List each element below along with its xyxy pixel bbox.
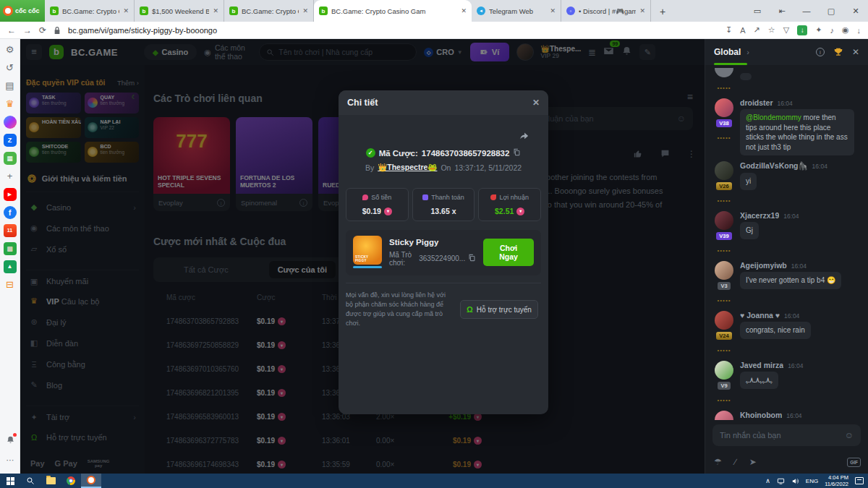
avatar[interactable] [715, 311, 733, 330]
chrome-icon[interactable] [61, 474, 81, 488]
chat-input-box[interactable]: ☺ [712, 424, 861, 446]
rain-icon[interactable]: ☂ [714, 457, 722, 467]
gif-icon[interactable]: GIF [847, 458, 861, 467]
more-icon[interactable]: ⋯ [0, 455, 20, 465]
forward-icon[interactable]: → [23, 25, 32, 35]
extensions-icon[interactable]: ✦ [815, 25, 822, 35]
close-button[interactable]: ✕ [843, 0, 868, 22]
notifications-bell-icon[interactable] [4, 435, 17, 448]
downloads-tray-icon[interactable]: ↓ [857, 26, 861, 35]
collapse-icon[interactable]: ⇤ [770, 0, 794, 22]
file-explorer-icon[interactable] [41, 474, 61, 488]
chat-username[interactable]: ♥ Joanna ♥ [740, 311, 780, 320]
action-center-icon[interactable] [855, 477, 864, 484]
minimize-button[interactable]: — [794, 0, 819, 22]
crown-icon[interactable]: ♛ [4, 98, 17, 111]
download-manager-icon[interactable]: ↓ [797, 25, 807, 35]
share-icon[interactable]: ↗ [754, 25, 760, 35]
browser-tab[interactable]: • Discord | #🎮games | BC G ✕ [561, 0, 651, 22]
gift-icon[interactable]: ▩ [4, 242, 17, 255]
coccoc-app-icon[interactable] [81, 474, 101, 488]
live-support-button[interactable]: Ω Hỗ trợ trực tuyến [460, 300, 538, 319]
reading-mode-icon[interactable]: ▭ [745, 0, 770, 22]
settings-icon[interactable]: ⚙ [4, 43, 17, 56]
tab-title: Telegram Web [489, 7, 546, 15]
tab-close-icon[interactable]: ✕ [213, 7, 218, 14]
chat-username[interactable]: Xjacerzx19 [740, 211, 779, 220]
chat-username[interactable]: Khoinobom [740, 411, 782, 419]
language-indicator[interactable]: ENG [806, 478, 818, 484]
trophy-icon[interactable] [833, 47, 843, 57]
tab-close-icon[interactable]: ✕ [550, 7, 556, 14]
browser-tab[interactable]: BC.Game: Crypto Casino Gam ✕ [314, 0, 472, 22]
translate-icon[interactable]: A [740, 26, 745, 35]
shield-icon[interactable]: ▽ [783, 25, 789, 35]
tab-close-icon[interactable]: ✕ [302, 7, 308, 14]
share-bet-icon[interactable] [519, 131, 529, 145]
tab-close-icon[interactable]: ✕ [123, 7, 129, 14]
history-icon[interactable]: ↺ [4, 61, 17, 74]
new-tab-button[interactable]: + [654, 3, 671, 20]
browser-tab[interactable]: BC.Game: Crypto Casino Gam ✕ [45, 0, 135, 22]
chat-username[interactable]: GodzillaVsKong🦍 [740, 161, 808, 171]
game-thumbnail[interactable]: STICKY PIGGY [353, 236, 382, 265]
messenger-icon[interactable] [4, 116, 17, 129]
tab-close-icon[interactable]: ✕ [639, 7, 645, 14]
avatar[interactable] [715, 161, 733, 180]
chat-info-icon[interactable]: i [816, 48, 825, 56]
reload-icon[interactable]: ⟳ [39, 25, 46, 35]
chat-close-icon[interactable]: ✕ [852, 47, 859, 57]
media-icon[interactable]: ♪ [830, 26, 834, 35]
profile-icon[interactable]: ◉ [842, 25, 849, 35]
back-icon[interactable]: ← [7, 25, 16, 35]
vip-level-badge: V24 [716, 332, 731, 340]
url-text[interactable]: bc.game/vi/game/sticky-piggy-by-booongo [68, 26, 718, 35]
taskbar-search-icon[interactable] [20, 474, 41, 488]
copy-icon[interactable] [513, 148, 521, 158]
bookmark-star-icon[interactable]: ☆ [768, 25, 775, 35]
browser-tab[interactable]: $1,500 Weekend Booongo M ✕ [135, 0, 224, 22]
chat-username[interactable]: Ageijomyiwb [740, 261, 787, 270]
bettor-name[interactable]: 👑Thespectre🐸 [378, 163, 437, 172]
modal-close-icon[interactable]: ✕ [532, 98, 540, 108]
lock-icon[interactable] [54, 26, 61, 35]
avatar[interactable] [715, 261, 733, 280]
maximize-button[interactable]: ▢ [819, 0, 843, 22]
sale-11-11-icon[interactable]: 11 [4, 224, 17, 237]
chat-input[interactable] [720, 431, 845, 440]
avatar[interactable] [715, 98, 733, 117]
reading-list-icon[interactable]: ▤ [4, 80, 17, 93]
chat-username[interactable]: Javed mirza [740, 361, 783, 369]
taskbar-clock[interactable]: 4:04 PM 11/6/2022 [825, 474, 848, 488]
avatar[interactable] [715, 361, 733, 380]
emoji-icon[interactable]: ☺ [845, 430, 854, 440]
games-icon[interactable]: ▦ [4, 152, 17, 165]
support-help-text: Mọi vấn đề, xin vui lòng liên hệ với bộ … [346, 291, 454, 328]
network-icon[interactable] [777, 477, 785, 485]
copy-icon[interactable] [468, 254, 476, 263]
rocket-icon[interactable]: ➤ [749, 457, 757, 467]
chevron-right-icon[interactable]: › [746, 48, 749, 56]
chat-room-name[interactable]: Global [714, 47, 741, 57]
shop-icon[interactable]: ▲ [4, 260, 17, 273]
cart-icon[interactable]: ⊟ [4, 278, 17, 291]
avatar[interactable] [715, 411, 733, 420]
slash-commands-icon[interactable]: ∕ [735, 457, 736, 467]
save-page-icon[interactable]: ↧ [726, 25, 732, 35]
modal-game-name: Sticky Piggy [389, 238, 476, 247]
play-now-button[interactable]: Chơi Ngay [483, 239, 534, 266]
zalo-icon[interactable]: Z [4, 134, 17, 147]
volume-icon[interactable] [791, 477, 799, 485]
tab-title: • Discord | #🎮games | BC G [579, 7, 636, 15]
youtube-icon[interactable]: ▶ [4, 188, 17, 201]
chat-username[interactable]: droidster [740, 98, 773, 107]
add-icon[interactable]: + [4, 170, 17, 183]
facebook-icon[interactable]: f [4, 206, 17, 219]
browser-tab[interactable]: Telegram Web ✕ [472, 0, 561, 22]
tray-expand-icon[interactable]: ∧ [765, 477, 770, 484]
tab-close-icon[interactable]: ✕ [461, 7, 467, 14]
start-button[interactable] [0, 474, 20, 488]
avatar[interactable] [715, 211, 733, 230]
browser-tab[interactable]: BC.Game: Crypto Casino Gan ✕ [224, 0, 314, 22]
avatar[interactable] [715, 68, 733, 77]
